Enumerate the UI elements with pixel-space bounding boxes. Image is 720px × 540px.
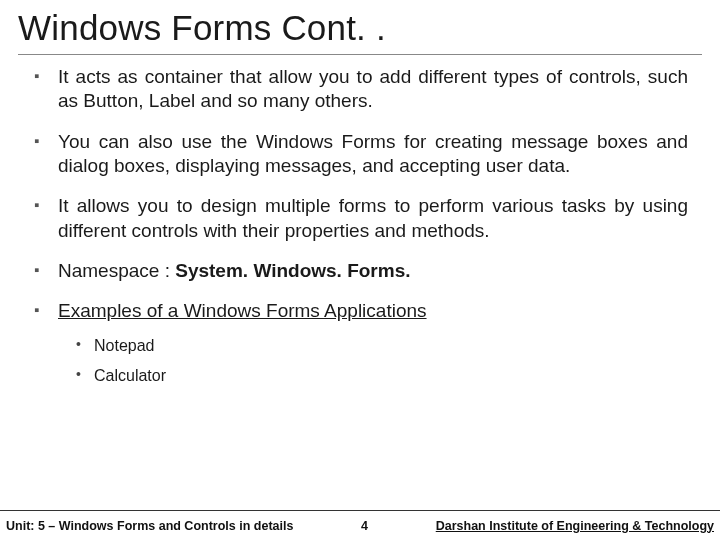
bullet-list: It acts as container that allow you to a… bbox=[32, 65, 688, 388]
bullet-item: You can also use the Windows Forms for c… bbox=[32, 130, 688, 179]
bullet-item: It allows you to design multiple forms t… bbox=[32, 194, 688, 243]
bullet-item-examples: Examples of a Windows Forms Applications… bbox=[32, 299, 688, 387]
examples-heading: Examples of a Windows Forms Applications bbox=[58, 300, 427, 321]
footer-institution: Darshan Institute of Engineering & Techn… bbox=[436, 519, 720, 533]
bullet-item: It acts as container that allow you to a… bbox=[32, 65, 688, 114]
footer-unit: Unit: 5 – Windows Forms and Controls in … bbox=[0, 519, 293, 533]
slide-footer: Unit: 5 – Windows Forms and Controls in … bbox=[0, 510, 720, 540]
namespace-value: System. Windows. Forms. bbox=[175, 260, 410, 281]
examples-list: Notepad Calculator bbox=[76, 334, 688, 388]
example-item: Notepad bbox=[76, 334, 688, 358]
example-item: Calculator bbox=[76, 364, 688, 388]
slide-title: Windows Forms Cont. . bbox=[0, 0, 720, 52]
namespace-label: Namespace : bbox=[58, 260, 175, 281]
footer-page-number: 4 bbox=[293, 519, 435, 533]
slide-body: It acts as container that allow you to a… bbox=[0, 65, 720, 388]
bullet-item-namespace: Namespace : System. Windows. Forms. bbox=[32, 259, 688, 283]
title-divider bbox=[18, 54, 702, 55]
slide: Windows Forms Cont. . It acts as contain… bbox=[0, 0, 720, 540]
